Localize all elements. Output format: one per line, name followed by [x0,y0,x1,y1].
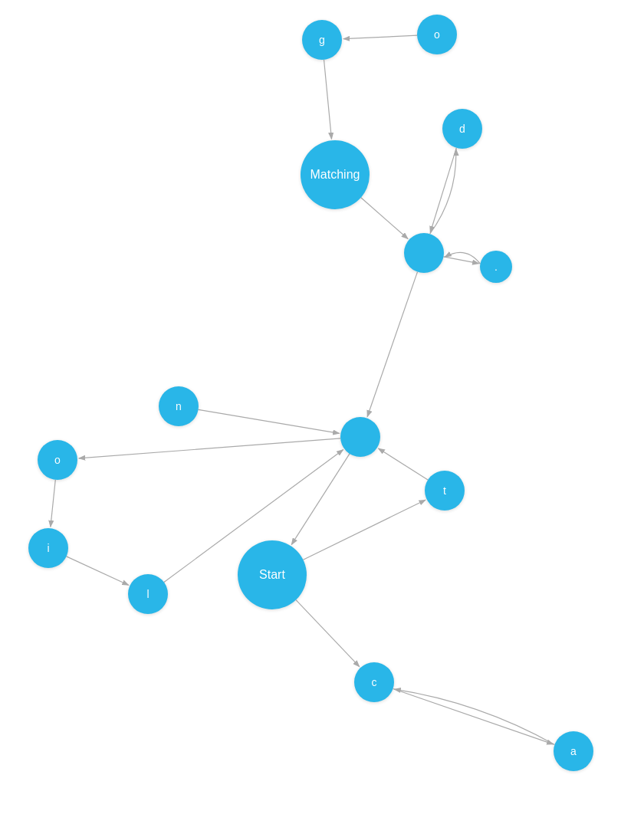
node-t[interactable]: t [425,471,465,511]
node-o1[interactable]: o [417,15,457,54]
node-i[interactable]: i [28,528,68,568]
node-start[interactable]: Start [238,540,307,609]
node-c[interactable]: c [354,662,394,702]
node-a[interactable]: a [554,731,593,771]
node-l[interactable]: l [128,574,168,614]
node-n[interactable]: n [159,386,199,426]
node-dot[interactable]: . [480,251,512,283]
node-hub2[interactable] [340,417,380,457]
graph-canvas: Matchinggod.noilStarttca [0,0,644,834]
node-hub1[interactable] [404,233,444,273]
node-o2[interactable]: o [38,440,77,480]
node-matching[interactable]: Matching [301,140,370,209]
node-d[interactable]: d [442,109,482,149]
node-g[interactable]: g [302,20,342,60]
graph-arrows [0,0,644,834]
